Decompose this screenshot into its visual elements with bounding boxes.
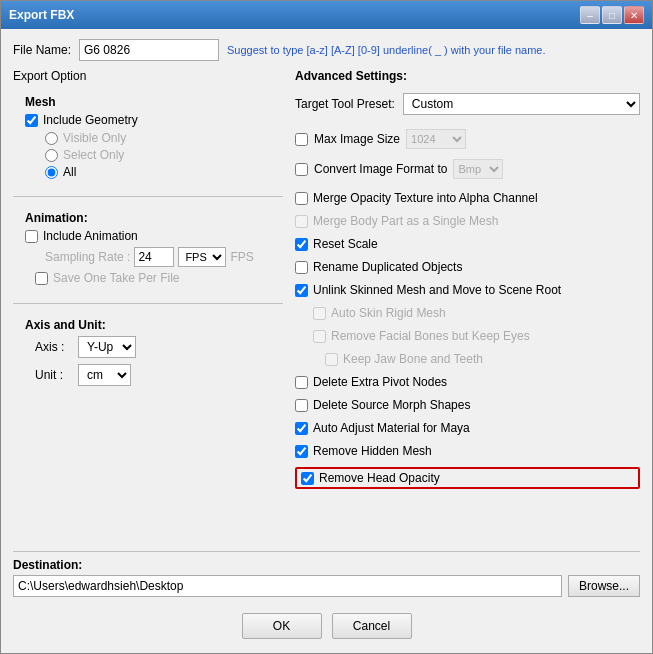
save-one-take-row: Save One Take Per File: [35, 271, 283, 285]
unlink-skinned-label: Unlink Skinned Mesh and Move to Scene Ro…: [313, 283, 561, 297]
merge-opacity-row: Merge Opacity Texture into Alpha Channel: [295, 191, 640, 205]
convert-format-row: Convert Image Format to Bmp: [295, 159, 640, 179]
rename-duplicated-row: Rename Duplicated Objects: [295, 260, 640, 274]
visible-only-label: Visible Only: [63, 131, 126, 145]
rename-duplicated-label: Rename Duplicated Objects: [313, 260, 462, 274]
file-name-input[interactable]: [79, 39, 219, 61]
remove-hidden-mesh-row: Remove Hidden Mesh: [295, 444, 640, 458]
keep-jaw-bone-label: Keep Jaw Bone and Teeth: [343, 352, 483, 366]
max-image-size-checkbox[interactable]: [295, 133, 308, 146]
mesh-section: Mesh Include Geometry Visible Only Selec…: [25, 95, 283, 182]
max-image-size-label: Max Image Size: [314, 132, 400, 146]
destination-input[interactable]: [13, 575, 562, 597]
visible-only-row: Visible Only: [45, 131, 283, 145]
include-geometry-checkbox[interactable]: [25, 114, 38, 127]
auto-adjust-material-label: Auto Adjust Material for Maya: [313, 421, 470, 435]
keep-jaw-bone-checkbox: [325, 353, 338, 366]
export-option-label: Export Option: [13, 69, 283, 83]
dialog-title: Export FBX: [9, 8, 74, 22]
delete-extra-pivot-row: Delete Extra Pivot Nodes: [295, 375, 640, 389]
max-image-size-row: Max Image Size 1024: [295, 129, 640, 149]
include-animation-checkbox[interactable]: [25, 230, 38, 243]
rename-duplicated-checkbox[interactable]: [295, 261, 308, 274]
sampling-rate-label: Sampling Rate :: [45, 250, 130, 264]
preset-label: Target Tool Preset:: [295, 97, 395, 111]
remove-head-opacity-checkbox[interactable]: [301, 472, 314, 485]
reset-scale-label: Reset Scale: [313, 237, 378, 251]
select-only-radio[interactable]: [45, 149, 58, 162]
visible-only-radio[interactable]: [45, 132, 58, 145]
remove-head-opacity-row: Remove Head Opacity: [295, 467, 640, 489]
left-panel: Export Option Mesh Include Geometry Visi…: [13, 69, 283, 533]
axis-unit-label: Axis and Unit:: [25, 318, 283, 332]
title-bar: Export FBX – □ ✕: [1, 1, 652, 29]
all-radio[interactable]: [45, 166, 58, 179]
preset-select[interactable]: Custom 3ds Max Maya Unity Unreal: [403, 93, 640, 115]
reset-scale-checkbox[interactable]: [295, 238, 308, 251]
remove-head-opacity-label: Remove Head Opacity: [319, 471, 440, 485]
merge-body-part-label: Merge Body Part as a Single Mesh: [313, 214, 498, 228]
select-only-label: Select Only: [63, 148, 124, 162]
dialog-content: File Name: Suggest to type [a-z] [A-Z] […: [1, 29, 652, 653]
window-controls: – □ ✕: [580, 6, 644, 24]
minimize-button[interactable]: –: [580, 6, 600, 24]
save-one-take-label: Save One Take Per File: [53, 271, 180, 285]
axis-label: Axis :: [35, 340, 70, 354]
save-one-take-checkbox[interactable]: [35, 272, 48, 285]
axis-row: Axis : Y-Up Z-Up X-Up: [35, 336, 283, 358]
unit-label: Unit :: [35, 368, 70, 382]
unit-select[interactable]: cm m mm inch foot: [78, 364, 131, 386]
merge-body-part-checkbox: [295, 215, 308, 228]
include-geometry-label: Include Geometry: [43, 113, 138, 127]
delete-source-morph-label: Delete Source Morph Shapes: [313, 398, 470, 412]
animation-section: Animation: Include Animation Sampling Ra…: [25, 211, 283, 289]
reset-scale-row: Reset Scale: [295, 237, 640, 251]
merge-opacity-checkbox[interactable]: [295, 192, 308, 205]
unit-row: Unit : cm m mm inch foot: [35, 364, 283, 386]
delete-source-morph-row: Delete Source Morph Shapes: [295, 398, 640, 412]
animation-label: Animation:: [25, 211, 283, 225]
include-animation-label: Include Animation: [43, 229, 138, 243]
fps-label: FPS: [230, 250, 253, 264]
destination-row: Browse...: [13, 575, 640, 597]
auto-skin-rigid-label: Auto Skin Rigid Mesh: [331, 306, 446, 320]
unlink-skinned-checkbox[interactable]: [295, 284, 308, 297]
auto-adjust-material-checkbox[interactable]: [295, 422, 308, 435]
auto-adjust-material-row: Auto Adjust Material for Maya: [295, 421, 640, 435]
destination-section: Destination: Browse...: [13, 545, 640, 597]
axis-unit-section: Axis and Unit: Axis : Y-Up Z-Up X-Up Uni…: [25, 318, 283, 392]
merge-opacity-label: Merge Opacity Texture into Alpha Channel: [313, 191, 538, 205]
cancel-button[interactable]: Cancel: [332, 613, 412, 639]
remove-facial-row: Remove Facial Bones but Keep Eyes: [313, 329, 640, 343]
close-button[interactable]: ✕: [624, 6, 644, 24]
include-animation-row: Include Animation: [25, 229, 283, 243]
remove-hidden-mesh-checkbox[interactable]: [295, 445, 308, 458]
browse-button[interactable]: Browse...: [568, 575, 640, 597]
ok-button[interactable]: OK: [242, 613, 322, 639]
unlink-skinned-row: Unlink Skinned Mesh and Move to Scene Ro…: [295, 283, 640, 297]
preset-row: Target Tool Preset: Custom 3ds Max Maya …: [295, 93, 640, 115]
advanced-settings-title: Advanced Settings:: [295, 69, 640, 83]
all-label: All: [63, 165, 76, 179]
axis-select[interactable]: Y-Up Z-Up X-Up: [78, 336, 136, 358]
convert-format-label: Convert Image Format to: [314, 162, 447, 176]
delete-extra-pivot-checkbox[interactable]: [295, 376, 308, 389]
delete-source-morph-checkbox[interactable]: [295, 399, 308, 412]
delete-extra-pivot-label: Delete Extra Pivot Nodes: [313, 375, 447, 389]
fps-select[interactable]: FPS: [178, 247, 226, 267]
sampling-rate-row: Sampling Rate : FPS FPS: [45, 247, 283, 267]
auto-skin-rigid-checkbox: [313, 307, 326, 320]
destination-label: Destination:: [13, 558, 640, 572]
file-name-label: File Name:: [13, 43, 71, 57]
maximize-button[interactable]: □: [602, 6, 622, 24]
convert-format-checkbox[interactable]: [295, 163, 308, 176]
image-size-select: 1024: [406, 129, 466, 149]
main-panels: Export Option Mesh Include Geometry Visi…: [13, 69, 640, 533]
all-row: All: [45, 165, 283, 179]
file-name-hint: Suggest to type [a-z] [A-Z] [0-9] underl…: [227, 44, 546, 56]
sampling-rate-input[interactable]: [134, 247, 174, 267]
keep-jaw-bone-row: Keep Jaw Bone and Teeth: [325, 352, 640, 366]
bmp-select: Bmp: [453, 159, 503, 179]
export-fbx-dialog: Export FBX – □ ✕ File Name: Suggest to t…: [0, 0, 653, 654]
include-geometry-row: Include Geometry: [25, 113, 283, 127]
